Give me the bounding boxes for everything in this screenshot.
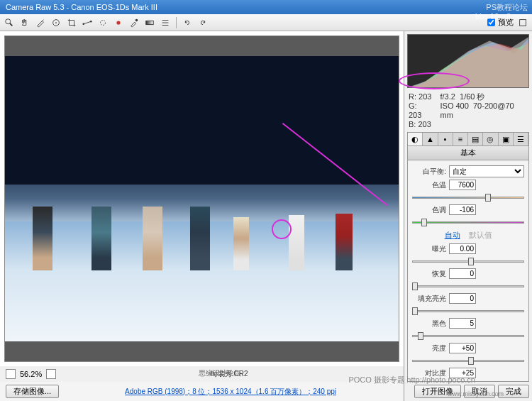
slider-label: 色调 <box>412 205 446 215</box>
slider-色温[interactable] <box>412 192 524 202</box>
panel-tabs: ◐ ▲ ▪ ≡ ▤ ◎ ▣ ☰ <box>407 132 529 146</box>
save-image-button[interactable]: 存储图像... <box>6 385 59 398</box>
tab-hsl[interactable]: ≡ <box>453 133 468 145</box>
slider-恢复[interactable] <box>412 281 524 291</box>
slider-value[interactable] <box>449 343 476 353</box>
slider-label: 亮度 <box>412 344 446 353</box>
svg-line-1 <box>10 23 13 26</box>
tab-split[interactable]: ▤ <box>468 133 483 145</box>
slider-value[interactable] <box>449 204 476 215</box>
panel-header: 基本 <box>407 146 529 160</box>
slider-label: 黑色 <box>412 319 446 329</box>
slider-亮度[interactable] <box>412 356 524 366</box>
watermark: POCO 摄影专题 http://photo.poco.cn <box>348 375 475 385</box>
svg-point-3 <box>55 22 57 23</box>
preview-canvas[interactable] <box>4 35 399 362</box>
tab-curve[interactable]: ▲ <box>423 133 438 145</box>
slider-value[interactable] <box>449 293 476 304</box>
slider-黑色[interactable] <box>412 331 524 341</box>
slider-label: 恢复 <box>412 269 446 279</box>
slider-value[interactable] <box>449 268 476 279</box>
tab-basic[interactable]: ◐ <box>408 133 423 145</box>
histogram[interactable] <box>407 34 529 88</box>
slider-value[interactable] <box>449 318 476 329</box>
zoom-tool-icon[interactable] <box>3 16 16 29</box>
slider-label: 曝光 <box>412 244 446 254</box>
toolbar: 预览 <box>0 14 532 31</box>
wb-select[interactable]: 自定 <box>449 165 524 177</box>
wb-label: 白平衡: <box>412 167 446 177</box>
svg-point-9 <box>135 18 138 21</box>
slider-色调[interactable] <box>412 217 524 227</box>
svg-line-4 <box>84 21 92 24</box>
straighten-tool-icon[interactable] <box>81 16 94 29</box>
svg-point-0 <box>6 18 11 23</box>
slider-label: 填充亮光 <box>412 294 446 304</box>
slider-label: 色温 <box>412 180 446 190</box>
sampler-tool-icon[interactable] <box>50 16 62 29</box>
slider-value[interactable] <box>449 180 476 190</box>
workflow-link[interactable]: Adobe RGB (1998)；8 位；1536 x 1024（1.6 百万像… <box>125 388 336 395</box>
svg-point-8 <box>116 21 120 24</box>
default-link[interactable]: 默认值 <box>469 230 492 241</box>
tab-preset[interactable]: ☰ <box>514 133 528 145</box>
tab-camera[interactable]: ▣ <box>499 133 514 145</box>
zoom-out-icon[interactable] <box>6 369 16 379</box>
redeye-tool-icon[interactable] <box>112 16 125 29</box>
app-title: Camera Raw 5.3 - Canon EOS-1Ds Mark III <box>6 3 157 11</box>
basic-panel: 白平衡: 自定 色温 色调 自动 默认值 曝光 恢复 填充亮光 黑色 亮度 对比… <box>407 160 529 382</box>
auto-link[interactable]: 自动 <box>445 230 460 241</box>
slider-曝光[interactable] <box>412 256 524 266</box>
svg-point-6 <box>90 20 92 22</box>
crop-tool-icon[interactable] <box>65 16 78 29</box>
zoom-level[interactable]: 56.2% <box>20 370 42 378</box>
rgb-readout: R: 203G: 203B: 203 f/3.2 1/60 秒 ISO 400 … <box>404 91 532 131</box>
svg-point-5 <box>82 23 84 25</box>
svg-point-7 <box>101 20 106 25</box>
spot-tool-icon[interactable] <box>96 16 109 29</box>
slider-填充亮光[interactable] <box>412 306 524 316</box>
tab-detail[interactable]: ▪ <box>438 133 453 145</box>
svg-rect-10 <box>146 21 154 24</box>
tab-lens[interactable]: ◎ <box>483 133 498 145</box>
slider-value[interactable] <box>449 243 476 254</box>
title-bar: Camera Raw 5.3 - Canon EOS-1Ds Mark III <box>0 0 532 14</box>
zoom-in-icon[interactable] <box>46 369 56 379</box>
rotate-ccw-icon[interactable] <box>181 16 194 29</box>
hand-tool-icon[interactable] <box>18 16 31 29</box>
gradient-tool-icon[interactable] <box>143 16 156 29</box>
watermark: PS教程论坛bbs.16xx8.com <box>475 3 528 21</box>
wb-tool-icon[interactable] <box>34 16 47 29</box>
prefs-tool-icon[interactable] <box>159 16 172 29</box>
watermark: www.missyuan.com <box>448 390 504 397</box>
rotate-cw-icon[interactable] <box>196 16 209 29</box>
watermark: 思缘设计论坛 <box>199 368 241 378</box>
adjust-brush-icon[interactable] <box>128 16 140 29</box>
